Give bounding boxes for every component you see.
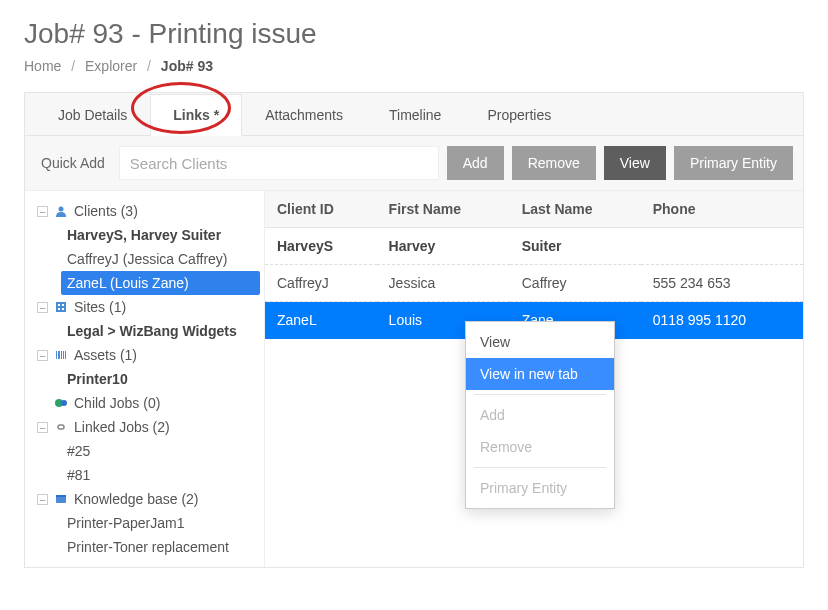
tree-node-clients[interactable]: − Clients (3) — [33, 199, 260, 223]
svg-rect-5 — [62, 308, 64, 310]
tree-node-linked-jobs[interactable]: − Linked Jobs (2) — [33, 415, 260, 439]
book-icon — [54, 492, 68, 506]
menu-primary-entity[interactable]: Primary Entity — [466, 472, 614, 504]
toolbar: Quick Add Add Remove View Primary Entity — [25, 136, 803, 191]
breadcrumb-explorer[interactable]: Explorer — [85, 58, 137, 74]
table-row[interactable]: HarveySHarveySuiter — [265, 228, 803, 265]
col-client-id[interactable]: Client ID — [265, 191, 377, 228]
breadcrumb-current: Job# 93 — [161, 58, 213, 74]
quick-add-label: Quick Add — [35, 155, 111, 171]
col-last-name[interactable]: Last Name — [510, 191, 641, 228]
menu-view[interactable]: View — [466, 326, 614, 358]
tree-leaf[interactable]: HarveyS, Harvey Suiter — [61, 223, 260, 247]
tab-timeline[interactable]: Timeline — [366, 94, 464, 136]
menu-add[interactable]: Add — [466, 399, 614, 431]
collapse-icon[interactable]: − — [37, 206, 48, 217]
tree-node-sites[interactable]: − Sites (1) — [33, 295, 260, 319]
table-row[interactable]: CaffreyJJessicaCaffrey555 234 653 — [265, 265, 803, 302]
tree-leaf[interactable]: Printer10 — [61, 367, 260, 391]
tab-links[interactable]: Links * — [150, 94, 242, 136]
add-button[interactable]: Add — [447, 146, 504, 180]
menu-view-new-tab[interactable]: View in new tab — [466, 358, 614, 390]
collapse-icon[interactable]: − — [37, 302, 48, 313]
remove-button[interactable]: Remove — [512, 146, 596, 180]
tab-job-details[interactable]: Job Details — [35, 94, 150, 136]
svg-rect-8 — [61, 351, 62, 359]
page-title: Job# 93 - Printing issue — [24, 18, 804, 50]
svg-rect-4 — [58, 308, 60, 310]
menu-remove[interactable]: Remove — [466, 431, 614, 463]
tree-leaf[interactable]: Printer-PaperJam1 — [61, 511, 260, 535]
link-table: Client ID First Name Last Name Phone Har… — [265, 191, 803, 567]
svg-rect-7 — [58, 351, 60, 359]
search-input[interactable] — [119, 146, 439, 180]
collapse-icon[interactable]: − — [37, 494, 48, 505]
svg-rect-3 — [62, 304, 64, 306]
svg-rect-14 — [56, 495, 66, 497]
tree-leaf[interactable]: ZaneL (Louis Zane) — [61, 271, 260, 295]
collapse-icon[interactable]: − — [37, 422, 48, 433]
svg-rect-1 — [56, 302, 66, 312]
svg-rect-2 — [58, 304, 60, 306]
svg-point-0 — [59, 207, 64, 212]
col-phone[interactable]: Phone — [641, 191, 803, 228]
tree-leaf[interactable]: Legal > WizBang Widgets — [61, 319, 260, 343]
breadcrumb: Home / Explorer / Job# 93 — [24, 58, 804, 74]
tab-attachments[interactable]: Attachments — [242, 94, 366, 136]
link-icon — [54, 420, 68, 434]
tab-properties[interactable]: Properties — [464, 94, 574, 136]
child-jobs-icon — [54, 396, 68, 410]
context-menu: View View in new tab Add Remove Primary … — [465, 321, 615, 509]
svg-rect-10 — [65, 351, 66, 359]
svg-rect-6 — [56, 351, 57, 359]
tree-leaf[interactable]: CaffreyJ (Jessica Caffrey) — [61, 247, 260, 271]
person-icon — [54, 204, 68, 218]
barcode-icon — [54, 348, 68, 362]
breadcrumb-home[interactable]: Home — [24, 58, 61, 74]
tab-bar: Job Details Links * Attachments Timeline… — [25, 93, 803, 136]
col-first-name[interactable]: First Name — [377, 191, 510, 228]
primary-entity-button[interactable]: Primary Entity — [674, 146, 793, 180]
tree-leaf[interactable]: Printer-Toner replacement — [61, 535, 260, 559]
tree-node-child-jobs[interactable]: Child Jobs (0) — [33, 391, 260, 415]
svg-rect-9 — [63, 351, 64, 359]
tree-node-knowledge-base[interactable]: − Knowledge base (2) — [33, 487, 260, 511]
building-icon — [54, 300, 68, 314]
view-button[interactable]: View — [604, 146, 666, 180]
tree-leaf[interactable]: #25 — [61, 439, 260, 463]
collapse-icon[interactable]: − — [37, 350, 48, 361]
tree-leaf[interactable]: #81 — [61, 463, 260, 487]
svg-point-12 — [61, 400, 67, 406]
tree-node-assets[interactable]: − Assets (1) — [33, 343, 260, 367]
link-tree: − Clients (3) HarveyS, Harvey SuiterCaff… — [25, 191, 265, 567]
